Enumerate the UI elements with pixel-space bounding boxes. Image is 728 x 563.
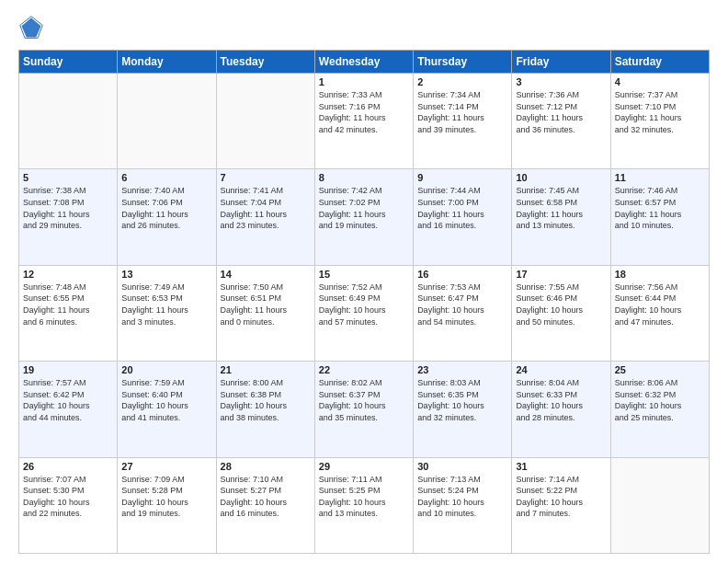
calendar-day: 20Sunrise: 7:59 AM Sunset: 6:40 PM Dayli… xyxy=(118,362,216,457)
day-info: Sunrise: 8:04 AM Sunset: 6:33 PM Dayligh… xyxy=(516,377,606,423)
day-number: 3 xyxy=(516,76,606,87)
day-info: Sunrise: 8:02 AM Sunset: 6:37 PM Dayligh… xyxy=(319,377,409,423)
calendar-day: 10Sunrise: 7:45 AM Sunset: 6:58 PM Dayli… xyxy=(512,169,610,265)
svg-marker-0 xyxy=(22,18,41,38)
calendar-day: 28Sunrise: 7:10 AM Sunset: 5:27 PM Dayli… xyxy=(216,457,314,553)
header xyxy=(18,15,710,40)
day-info: Sunrise: 8:00 AM Sunset: 6:38 PM Dayligh… xyxy=(221,377,311,423)
calendar-day: 15Sunrise: 7:52 AM Sunset: 6:49 PM Dayli… xyxy=(314,265,413,361)
calendar-day: 29Sunrise: 7:11 AM Sunset: 5:25 PM Dayli… xyxy=(314,457,413,553)
day-number: 20 xyxy=(121,364,211,375)
column-header-wednesday: Wednesday xyxy=(314,51,413,74)
day-info: Sunrise: 7:33 AM Sunset: 7:16 PM Dayligh… xyxy=(319,89,409,135)
calendar-day: 12Sunrise: 7:48 AM Sunset: 6:55 PM Dayli… xyxy=(19,265,118,361)
calendar-week-row: 12Sunrise: 7:48 AM Sunset: 6:55 PM Dayli… xyxy=(19,265,710,361)
day-number: 25 xyxy=(615,364,705,375)
day-number: 2 xyxy=(417,76,507,87)
day-number: 30 xyxy=(417,461,507,472)
calendar-week-row: 26Sunrise: 7:07 AM Sunset: 5:30 PM Dayli… xyxy=(19,457,710,553)
day-number: 6 xyxy=(121,172,211,183)
calendar-day: 16Sunrise: 7:53 AM Sunset: 6:47 PM Dayli… xyxy=(414,265,512,361)
calendar-day: 5Sunrise: 7:38 AM Sunset: 7:08 PM Daylig… xyxy=(19,169,118,265)
day-number: 15 xyxy=(319,269,409,280)
calendar-day: 26Sunrise: 7:07 AM Sunset: 5:30 PM Dayli… xyxy=(19,457,118,553)
day-number: 5 xyxy=(23,172,113,183)
day-number: 28 xyxy=(221,461,311,472)
day-info: Sunrise: 7:09 AM Sunset: 5:28 PM Dayligh… xyxy=(121,474,211,520)
calendar-day: 21Sunrise: 8:00 AM Sunset: 6:38 PM Dayli… xyxy=(216,362,314,457)
day-number: 12 xyxy=(23,269,113,280)
day-info: Sunrise: 7:57 AM Sunset: 6:42 PM Dayligh… xyxy=(23,377,113,423)
page: SundayMondayTuesdayWednesdayThursdayFrid… xyxy=(0,0,728,563)
day-number: 1 xyxy=(319,76,409,87)
day-number: 21 xyxy=(221,364,311,375)
day-info: Sunrise: 7:07 AM Sunset: 5:30 PM Dayligh… xyxy=(23,474,113,520)
day-info: Sunrise: 7:36 AM Sunset: 7:12 PM Dayligh… xyxy=(516,89,606,135)
day-number: 17 xyxy=(516,269,606,280)
calendar-day: 31Sunrise: 7:14 AM Sunset: 5:22 PM Dayli… xyxy=(512,457,610,553)
day-info: Sunrise: 7:10 AM Sunset: 5:27 PM Dayligh… xyxy=(221,474,311,520)
calendar-day: 19Sunrise: 7:57 AM Sunset: 6:42 PM Dayli… xyxy=(19,362,118,457)
day-number: 13 xyxy=(121,269,211,280)
calendar-day: 17Sunrise: 7:55 AM Sunset: 6:46 PM Dayli… xyxy=(512,265,610,361)
column-header-thursday: Thursday xyxy=(414,51,512,74)
calendar-day: 11Sunrise: 7:46 AM Sunset: 6:57 PM Dayli… xyxy=(610,169,709,265)
calendar-day: 27Sunrise: 7:09 AM Sunset: 5:28 PM Dayli… xyxy=(118,457,216,553)
calendar-week-row: 1Sunrise: 7:33 AM Sunset: 7:16 PM Daylig… xyxy=(19,74,710,169)
day-number: 19 xyxy=(23,364,113,375)
column-header-tuesday: Tuesday xyxy=(216,51,314,74)
day-number: 16 xyxy=(417,269,507,280)
day-info: Sunrise: 7:14 AM Sunset: 5:22 PM Dayligh… xyxy=(516,474,606,520)
day-info: Sunrise: 7:53 AM Sunset: 6:47 PM Dayligh… xyxy=(417,282,507,327)
calendar-day: 4Sunrise: 7:37 AM Sunset: 7:10 PM Daylig… xyxy=(610,74,709,169)
day-number: 29 xyxy=(319,461,409,472)
calendar-day: 30Sunrise: 7:13 AM Sunset: 5:24 PM Dayli… xyxy=(414,457,512,553)
day-number: 31 xyxy=(516,461,606,472)
day-info: Sunrise: 7:40 AM Sunset: 7:06 PM Dayligh… xyxy=(121,185,211,231)
calendar-day xyxy=(19,74,118,169)
day-info: Sunrise: 7:38 AM Sunset: 7:08 PM Dayligh… xyxy=(23,185,113,231)
day-number: 4 xyxy=(615,76,705,87)
day-info: Sunrise: 7:34 AM Sunset: 7:14 PM Dayligh… xyxy=(417,89,507,135)
day-info: Sunrise: 7:52 AM Sunset: 6:49 PM Dayligh… xyxy=(319,282,409,327)
calendar-day xyxy=(610,457,709,553)
calendar-day: 13Sunrise: 7:49 AM Sunset: 6:53 PM Dayli… xyxy=(118,265,216,361)
day-number: 11 xyxy=(615,172,705,183)
day-info: Sunrise: 7:11 AM Sunset: 5:25 PM Dayligh… xyxy=(319,474,409,520)
day-number: 22 xyxy=(319,364,409,375)
calendar-day: 1Sunrise: 7:33 AM Sunset: 7:16 PM Daylig… xyxy=(314,74,413,169)
day-info: Sunrise: 7:49 AM Sunset: 6:53 PM Dayligh… xyxy=(121,282,211,327)
day-info: Sunrise: 7:48 AM Sunset: 6:55 PM Dayligh… xyxy=(23,282,113,327)
calendar-header-row: SundayMondayTuesdayWednesdayThursdayFrid… xyxy=(19,51,710,74)
calendar-day: 22Sunrise: 8:02 AM Sunset: 6:37 PM Dayli… xyxy=(314,362,413,457)
day-number: 24 xyxy=(516,364,606,375)
day-number: 18 xyxy=(615,269,705,280)
calendar-day: 14Sunrise: 7:50 AM Sunset: 6:51 PM Dayli… xyxy=(216,265,314,361)
calendar-day: 2Sunrise: 7:34 AM Sunset: 7:14 PM Daylig… xyxy=(414,74,512,169)
column-header-saturday: Saturday xyxy=(610,51,709,74)
calendar-day: 9Sunrise: 7:44 AM Sunset: 7:00 PM Daylig… xyxy=(414,169,512,265)
calendar-day: 8Sunrise: 7:42 AM Sunset: 7:02 PM Daylig… xyxy=(314,169,413,265)
calendar-day: 7Sunrise: 7:41 AM Sunset: 7:04 PM Daylig… xyxy=(216,169,314,265)
day-info: Sunrise: 8:06 AM Sunset: 6:32 PM Dayligh… xyxy=(615,377,705,423)
day-number: 8 xyxy=(319,172,409,183)
day-info: Sunrise: 7:37 AM Sunset: 7:10 PM Dayligh… xyxy=(615,89,705,135)
day-info: Sunrise: 7:41 AM Sunset: 7:04 PM Dayligh… xyxy=(221,185,311,231)
column-header-sunday: Sunday xyxy=(19,51,118,74)
day-info: Sunrise: 7:50 AM Sunset: 6:51 PM Dayligh… xyxy=(221,282,311,327)
day-info: Sunrise: 7:45 AM Sunset: 6:58 PM Dayligh… xyxy=(516,185,606,231)
calendar-week-row: 5Sunrise: 7:38 AM Sunset: 7:08 PM Daylig… xyxy=(19,169,710,265)
day-number: 14 xyxy=(221,269,311,280)
day-info: Sunrise: 7:46 AM Sunset: 6:57 PM Dayligh… xyxy=(615,185,705,231)
day-info: Sunrise: 8:03 AM Sunset: 6:35 PM Dayligh… xyxy=(417,377,507,423)
day-info: Sunrise: 7:42 AM Sunset: 7:02 PM Dayligh… xyxy=(319,185,409,231)
calendar-day: 18Sunrise: 7:56 AM Sunset: 6:44 PM Dayli… xyxy=(610,265,709,361)
logo xyxy=(18,15,48,40)
day-number: 10 xyxy=(516,172,606,183)
day-info: Sunrise: 7:13 AM Sunset: 5:24 PM Dayligh… xyxy=(417,474,507,520)
calendar-day xyxy=(216,74,314,169)
day-number: 26 xyxy=(23,461,113,472)
logo-icon xyxy=(18,15,44,40)
day-number: 27 xyxy=(121,461,211,472)
day-info: Sunrise: 7:44 AM Sunset: 7:00 PM Dayligh… xyxy=(417,185,507,231)
